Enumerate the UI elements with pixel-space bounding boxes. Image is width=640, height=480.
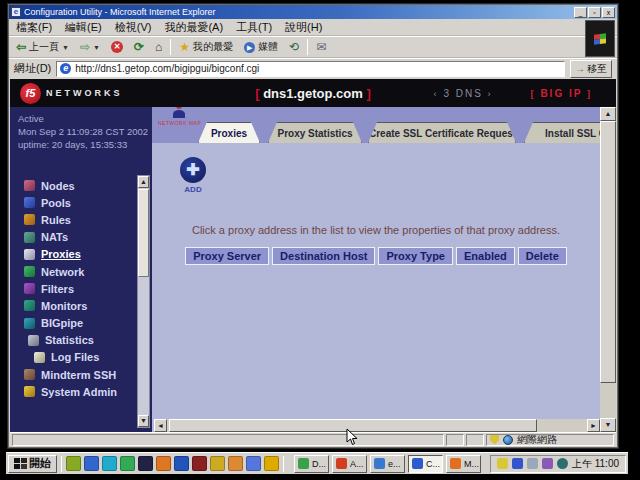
- go-button[interactable]: → 移至: [570, 60, 612, 78]
- back-button[interactable]: ⇦ 上一頁 ▼: [13, 39, 72, 55]
- sidebar-item-pools[interactable]: Pools: [10, 194, 117, 211]
- sidebar-item-system-admin[interactable]: System Admin: [10, 383, 117, 400]
- sidebar-item-bigpipe[interactable]: BIGpipe: [10, 315, 117, 332]
- scroll-right-icon[interactable]: ►: [587, 419, 600, 432]
- refresh-button[interactable]: ⟳: [131, 40, 147, 54]
- tray-icon-2[interactable]: [512, 458, 523, 469]
- network-map-button[interactable]: NETWORK MAP: [158, 110, 200, 126]
- vertical-scroll-thumb[interactable]: [600, 121, 616, 383]
- column-delete[interactable]: Delete: [518, 247, 567, 265]
- menu-view[interactable]: 檢視(V): [115, 20, 152, 35]
- media-button[interactable]: ▶ 媒體: [241, 39, 281, 55]
- tab-proxies[interactable]: Proxies: [198, 122, 260, 143]
- minimize-button[interactable]: _: [574, 7, 587, 18]
- stop-icon: ✕: [111, 41, 123, 53]
- close-button[interactable]: x: [602, 7, 615, 18]
- forward-dropdown-icon[interactable]: ▼: [93, 44, 100, 51]
- menu-help[interactable]: 說明(H): [285, 20, 322, 35]
- nav-bigip[interactable]: [ BIG IP ]: [531, 88, 592, 99]
- sidebar-item-monitors[interactable]: Monitors: [10, 297, 117, 314]
- sidebar-item-proxies[interactable]: Proxies: [10, 246, 117, 263]
- quicklaunch-icon-6[interactable]: [156, 456, 171, 471]
- tab-create-ssl-certificate-request[interactable]: Create SSL Certificate Request: [368, 122, 516, 143]
- sidebar-item-mindterm-ssh[interactable]: Mindterm SSH: [10, 366, 117, 383]
- tab-proxy-statistics[interactable]: Proxy Statistics: [268, 122, 362, 143]
- history-button[interactable]: ⟲: [286, 40, 302, 54]
- quicklaunch-icon-12[interactable]: [264, 456, 279, 471]
- task-button-3[interactable]: e...: [370, 455, 405, 473]
- sidebar-item-network[interactable]: Network: [10, 263, 117, 280]
- add-plus-icon[interactable]: ✚: [180, 157, 206, 183]
- refresh-icon: ⟳: [134, 41, 144, 53]
- quicklaunch-icon-2[interactable]: [84, 456, 99, 471]
- scroll-left-icon[interactable]: ◄: [154, 419, 167, 432]
- mail-button[interactable]: ✉: [313, 40, 329, 54]
- quicklaunch-icon-8[interactable]: [192, 456, 207, 471]
- host-bracket-left: [: [255, 86, 259, 101]
- address-input[interactable]: e http://dns1.getop.com/bigipgui/bigconf…: [56, 61, 565, 77]
- filters-icon: [24, 283, 35, 294]
- sidebar-scroll-thumb[interactable]: [138, 189, 149, 277]
- scroll-down-icon[interactable]: ▼: [600, 418, 616, 432]
- quicklaunch-icon-7[interactable]: [174, 456, 189, 471]
- address-url[interactable]: http://dns1.getop.com/bigipgui/bigconf.c…: [75, 63, 259, 74]
- quicklaunch-icon-5[interactable]: [138, 456, 153, 471]
- tab-install-ssl-certificate[interactable]: Install SSL Certif: [524, 122, 600, 143]
- task-button-ie-active[interactable]: C...: [408, 455, 443, 473]
- quicklaunch-icon-10[interactable]: [228, 456, 243, 471]
- tray-icon-3[interactable]: [527, 458, 538, 469]
- sidebar-item-filters[interactable]: Filters: [10, 280, 117, 297]
- instruction-text: Click a proxy address in the list to vie…: [152, 224, 600, 236]
- security-zone-pane: 網際網路: [486, 434, 614, 446]
- back-dropdown-icon[interactable]: ▼: [62, 44, 69, 51]
- network-icon: [24, 266, 35, 277]
- forward-button[interactable]: ⇨ ▼: [77, 40, 103, 54]
- tray-icon-4[interactable]: [542, 458, 553, 469]
- tray-icon-1[interactable]: [497, 458, 508, 469]
- favorites-button[interactable]: ★ 我的最愛: [176, 39, 236, 55]
- vertical-scrollbar[interactable]: ▲ ▼: [600, 107, 616, 432]
- column-enabled[interactable]: Enabled: [456, 247, 515, 265]
- tray-icon-5[interactable]: [557, 458, 568, 469]
- sidebar-item-statistics[interactable]: Statistics: [10, 332, 117, 349]
- quicklaunch-icon-11[interactable]: [246, 456, 261, 471]
- stop-button[interactable]: ✕: [108, 40, 126, 54]
- quicklaunch-icon-4[interactable]: [120, 456, 135, 471]
- sidebar-item-log-files[interactable]: Log Files: [10, 349, 117, 366]
- quicklaunch-icon-3[interactable]: [102, 456, 117, 471]
- scroll-down-icon[interactable]: ▼: [138, 415, 149, 427]
- nav-3dns[interactable]: ‹ 3 DNS ›: [434, 88, 493, 99]
- sidebar-item-nodes[interactable]: Nodes: [10, 177, 117, 194]
- sidebar-item-nats[interactable]: NATs: [10, 229, 117, 246]
- media-icon: ▶: [244, 42, 255, 53]
- column-proxy-type[interactable]: Proxy Type: [378, 247, 453, 265]
- start-button[interactable]: 開始: [8, 455, 57, 473]
- add-proxy-button[interactable]: ✚ ADD: [170, 157, 216, 194]
- column-proxy-server[interactable]: Proxy Server: [185, 247, 269, 265]
- quicklaunch-icon-1[interactable]: [66, 456, 81, 471]
- title-bar[interactable]: e Configuration Utility - Microsoft Inte…: [9, 5, 617, 19]
- sidebar-item-rules[interactable]: Rules: [10, 211, 117, 228]
- zone-label: 網際網路: [517, 433, 557, 447]
- maximize-button[interactable]: ▫: [588, 7, 601, 18]
- task-button-5[interactable]: M...: [446, 455, 481, 473]
- sidebar-scrollbar[interactable]: ▲ ▼: [137, 175, 150, 428]
- windows-flag-icon: [594, 33, 606, 44]
- scroll-up-icon[interactable]: ▲: [600, 107, 616, 121]
- menu-tools[interactable]: 工具(T): [236, 20, 272, 35]
- menu-favorites[interactable]: 我的最愛(A): [164, 20, 223, 35]
- task-button-1[interactable]: D...: [294, 455, 329, 473]
- task-button-2[interactable]: A...: [332, 455, 367, 473]
- quicklaunch-icon-9[interactable]: [210, 456, 225, 471]
- horizontal-scrollbar[interactable]: ◄ ►: [154, 419, 600, 432]
- task-buttons: D... A... e... C... M...: [294, 455, 481, 473]
- sidebar: Active Mon Sep 2 11:09:28 CST 2002 uptim…: [10, 107, 152, 432]
- quick-launch-bar: [66, 456, 279, 471]
- menu-edit[interactable]: 編輯(E): [65, 20, 102, 35]
- column-destination-host[interactable]: Destination Host: [272, 247, 375, 265]
- favorites-star-icon: ★: [179, 41, 190, 53]
- scroll-up-icon[interactable]: ▲: [138, 176, 149, 188]
- f5-header: f5 NETWORKS [ dns1.getop.com ] ‹ 3 DNS ›…: [10, 79, 616, 107]
- menu-file[interactable]: 檔案(F): [16, 20, 52, 35]
- home-button[interactable]: ⌂: [152, 40, 165, 54]
